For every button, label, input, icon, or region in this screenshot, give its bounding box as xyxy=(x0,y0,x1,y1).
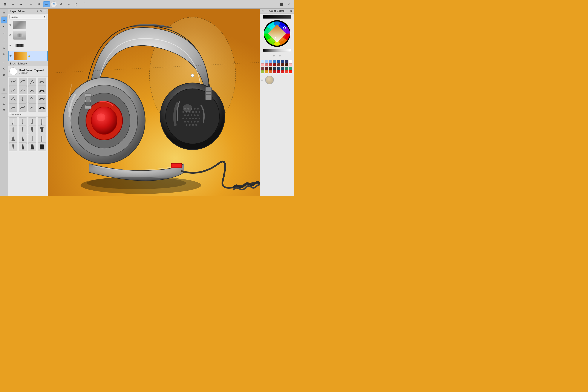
swatch-30[interactable] xyxy=(285,70,288,73)
swatch-3[interactable] xyxy=(273,60,276,63)
tool-crop[interactable]: ✄ xyxy=(1,51,7,57)
swatch-13[interactable] xyxy=(281,64,284,66)
color-menu-icon[interactable]: ☰ xyxy=(261,78,264,82)
tool-paint[interactable]: ▪ xyxy=(1,59,7,65)
layer-eye-1[interactable]: 👁 xyxy=(9,24,12,26)
brush-thumb-6[interactable] xyxy=(19,86,27,94)
swatch-27[interactable] xyxy=(273,70,276,73)
swatch-10[interactable] xyxy=(269,64,272,66)
trad-brush-12[interactable]: 2 xyxy=(38,134,46,143)
trad-brush-13[interactable] xyxy=(9,143,17,151)
trad-brush-11[interactable]: 1 xyxy=(28,134,36,143)
swatch-0[interactable] xyxy=(261,60,264,63)
swatch-2[interactable] xyxy=(269,60,272,63)
brush-thumb-11[interactable] xyxy=(28,95,36,103)
current-color[interactable] xyxy=(265,76,274,84)
trad-brush-14[interactable] xyxy=(19,143,27,151)
curve-button[interactable]: ⌒ xyxy=(81,1,88,7)
tool-guide[interactable]: ⊠ xyxy=(1,107,7,113)
layer-item-4[interactable]: 👁 🔒 xyxy=(8,51,48,61)
swatch-11[interactable] xyxy=(273,64,276,66)
pencil-button[interactable]: ✏ xyxy=(43,1,50,7)
trad-brush-10[interactable] xyxy=(19,134,27,143)
trad-brush-15[interactable] xyxy=(28,143,36,151)
swatch-1[interactable] xyxy=(265,60,268,63)
brush-thumb-12[interactable] xyxy=(38,95,46,103)
trad-brush-3[interactable]: 3 xyxy=(28,117,36,126)
swatch-12[interactable] xyxy=(277,64,280,66)
color-black-bar[interactable] xyxy=(263,15,291,19)
trad-brush-4[interactable]: 4 xyxy=(38,117,46,126)
brush-thumb-13[interactable] xyxy=(9,103,17,112)
swatch-22[interactable] xyxy=(285,67,288,70)
brush-thumb-8[interactable] xyxy=(38,86,46,94)
grid-button[interactable]: ⊞ xyxy=(2,1,8,7)
layer-eye-3[interactable]: 👁 xyxy=(9,44,12,47)
brush-thumb-7[interactable] xyxy=(28,86,36,94)
tool-ruler[interactable]: ⊟ xyxy=(1,101,7,107)
blend-mode-select[interactable]: Normal ▾ xyxy=(10,15,46,19)
undo-button[interactable]: ↩ xyxy=(10,1,16,7)
color-grayscale-bar[interactable] xyxy=(263,49,291,52)
swatch-21[interactable] xyxy=(281,67,284,70)
swatch-4[interactable] xyxy=(277,60,280,63)
swatch-8[interactable] xyxy=(261,64,264,66)
brush-thumb-9[interactable] xyxy=(9,95,17,103)
swatch-26[interactable] xyxy=(269,70,272,73)
swatch-31[interactable] xyxy=(289,70,292,73)
tool-fill[interactable]: ⬨ xyxy=(1,37,7,43)
color-settings-icon[interactable]: ⚙ xyxy=(290,10,292,12)
transform-button[interactable]: ⧉ xyxy=(36,1,42,7)
maximize-button[interactable]: ⬛ xyxy=(278,1,284,7)
tool-adjust[interactable]: ⊕ xyxy=(1,94,7,100)
swatch-15[interactable] xyxy=(289,64,292,66)
layer-menu-button[interactable]: ☰ xyxy=(43,10,46,13)
tool-eraser[interactable]: ◻ xyxy=(1,30,7,36)
redo-button[interactable]: ↪ xyxy=(17,1,24,7)
trad-brush-2[interactable]: 2 xyxy=(19,117,27,126)
lasso-button[interactable]: ⌀ xyxy=(66,1,72,7)
swatch-23[interactable] xyxy=(289,67,292,70)
add-layer-button[interactable]: + xyxy=(37,10,38,13)
tool-grid[interactable]: ⊞ xyxy=(1,10,7,16)
layer-eye-2[interactable]: 👁 xyxy=(9,34,12,37)
tool-select[interactable]: ▤ xyxy=(1,86,7,92)
trad-brush-5[interactable] xyxy=(9,126,17,134)
tool-brush[interactable]: ✏ xyxy=(1,18,7,24)
tool-smudge[interactable]: 〜 xyxy=(1,24,7,30)
trad-brush-8[interactable] xyxy=(38,126,46,134)
swatch-9[interactable] xyxy=(265,64,268,66)
brush-thumb-3[interactable] xyxy=(28,78,36,86)
tool-type[interactable]: T xyxy=(1,80,7,86)
swatch-18[interactable] xyxy=(269,67,272,70)
layer-item-3[interactable]: 👁 xyxy=(8,40,48,51)
layer-eye-4[interactable]: 👁 xyxy=(10,54,13,58)
swatch-6[interactable] xyxy=(285,60,288,63)
layer-item-1[interactable]: 👁 xyxy=(8,20,48,30)
move-button[interactable]: ✛ xyxy=(28,1,34,7)
color-wheel[interactable] xyxy=(263,20,291,48)
clone-layer-button[interactable]: ⧉ xyxy=(40,10,42,13)
tool-shape[interactable]: ⬡ xyxy=(1,45,7,51)
color-tab-swatches[interactable]: ⊟ xyxy=(278,54,282,58)
trad-brush-16[interactable] xyxy=(38,143,46,151)
swatch-24[interactable] xyxy=(261,70,264,73)
brush-thumb-16[interactable] xyxy=(38,103,46,112)
swatch-14[interactable] xyxy=(285,64,288,66)
color-eyedropper-icon[interactable]: ⊙ xyxy=(262,10,264,12)
expand-button[interactable]: ⤢ xyxy=(286,1,292,7)
swatch-17[interactable] xyxy=(265,67,268,70)
color-tab-adjust[interactable]: ⊞ xyxy=(272,54,276,58)
brush-thumb-15[interactable] xyxy=(28,103,36,112)
swatch-16[interactable] xyxy=(261,67,264,70)
trad-brush-9[interactable] xyxy=(9,134,17,143)
swatch-19[interactable] xyxy=(273,67,276,70)
brush-thumb-4[interactable] xyxy=(38,78,46,86)
brush-thumb-2[interactable] xyxy=(19,78,27,86)
swatch-28[interactable] xyxy=(277,70,280,73)
brush-thumb-5[interactable] xyxy=(9,86,17,94)
image-button[interactable]: ⬚ xyxy=(73,1,80,7)
swatch-25[interactable] xyxy=(265,70,268,73)
tool-blend[interactable]: ⌬ xyxy=(1,66,7,72)
swatch-20[interactable] xyxy=(277,67,280,70)
